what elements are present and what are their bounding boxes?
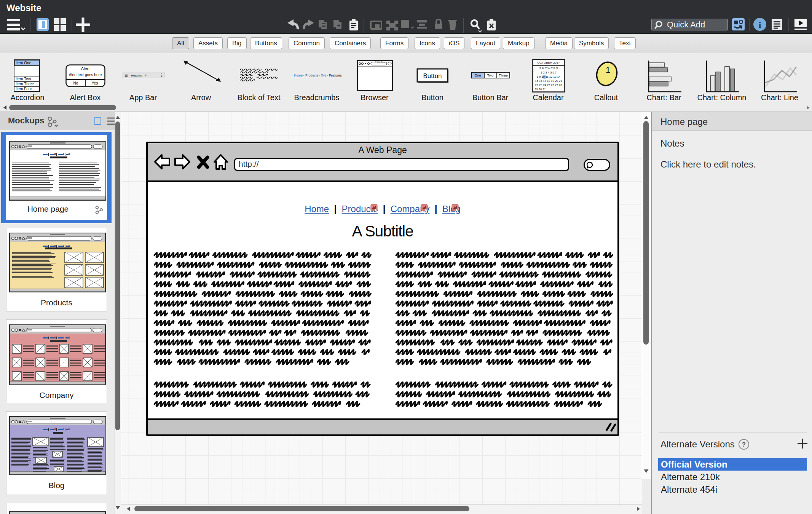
svg-text:OCTOBER 2017: OCTOBER 2017: [537, 61, 560, 64]
svg-text:Heading: Heading: [131, 74, 142, 77]
svg-text:Home: Home: [294, 73, 303, 77]
svg-text:Yes: Yes: [92, 81, 98, 85]
svg-text:Features: Features: [329, 73, 342, 77]
svg-text:A Web Page: A Web Page: [375, 61, 386, 63]
svg-text:Item One: Item One: [16, 61, 32, 65]
svg-text:Two: Two: [487, 73, 494, 77]
svg-text:›: ›: [319, 73, 320, 77]
svg-text:8 9 10 11 12 13 14: 8 9 10 11 12 13 14: [537, 75, 560, 78]
svg-text:Item Three: Item Three: [16, 82, 34, 86]
svg-text:Button: Button: [423, 72, 442, 80]
svg-text:Products: Products: [305, 73, 318, 77]
svg-text:Three: Three: [499, 73, 508, 77]
svg-text:29 30 31: 29 30 31: [534, 88, 546, 91]
svg-text:1 2 3 4 5 6 7: 1 2 3 4 5 6 7: [541, 71, 557, 74]
svg-text:One: One: [474, 73, 481, 77]
svg-text:15 16 17 18 19 20 21: 15 16 17 18 19 20 21: [535, 79, 562, 83]
svg-text:Item Four: Item Four: [16, 87, 32, 91]
svg-text:1: 1: [606, 65, 610, 75]
svg-text:S M T W T F S: S M T W T F S: [539, 67, 558, 70]
svg-text:?: ?: [742, 441, 746, 448]
svg-text:Item Two: Item Two: [16, 77, 31, 81]
svg-text:›: ›: [327, 73, 328, 77]
svg-text:No: No: [73, 81, 78, 85]
svg-text:22 23 24 25 26 27 28: 22 23 24 25 26 27 28: [535, 83, 562, 87]
svg-text:Alert text goes here: Alert text goes here: [69, 73, 102, 77]
svg-text:Xyz: Xyz: [321, 73, 326, 77]
svg-text:Alert: Alert: [81, 66, 90, 71]
svg-text:›: ›: [303, 73, 304, 77]
